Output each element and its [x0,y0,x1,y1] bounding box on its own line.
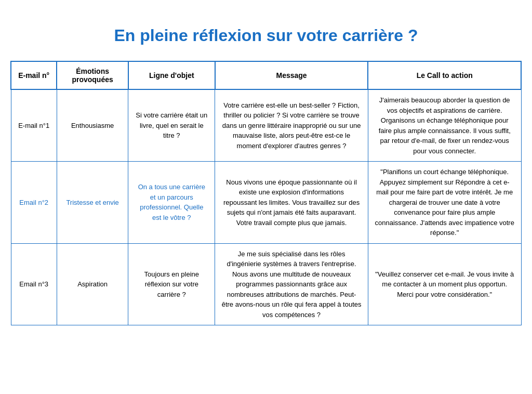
cell-message: Nous vivons une époque passionnante où i… [215,162,368,244]
cell-emotion: Enthousiasme [57,89,128,162]
table-row: E-mail n°1 Enthousiasme Si votre carrièr… [11,89,521,162]
main-table: E-mail n° Émotions provoquées Ligne d'ob… [10,61,522,325]
table-header-row: E-mail n° Émotions provoquées Ligne d'ob… [11,61,521,89]
cell-cta: "Planifions un court échange téléphoniqu… [368,162,521,244]
cell-emotion: Tristesse et envie [57,162,128,244]
cell-email-no: Email n°2 [11,162,57,244]
cell-ligne: On a tous une carrière et un parcours pr… [128,162,215,244]
header-cta: Le Call to action [368,61,521,89]
cell-cta: J'aimerais beaucoup aborder la question … [368,89,521,162]
header-email-no: E-mail n° [11,61,57,89]
cell-message: Je me suis spécialisé dans les rôles d'i… [215,243,368,325]
cell-emotion: Aspiration [57,243,128,325]
cell-ligne: Toujours en pleine réflexion sur votre c… [128,243,215,325]
page-title: En pleine réflexion sur votre carrière ? [10,10,522,61]
header-emotions: Émotions provoquées [57,61,128,89]
table-row: Email n°3 Aspiration Toujours en pleine … [11,243,521,325]
cell-message: Votre carrière est-elle un best-seller ?… [215,89,368,162]
cell-cta: "Veuillez conserver cet e-mail. Je vous … [368,243,521,325]
table-row: Email n°2 Tristesse et envie On a tous u… [11,162,521,244]
header-ligne: Ligne d'objet [128,61,215,89]
header-message: Message [215,61,368,89]
cell-email-no: Email n°3 [11,243,57,325]
page-container: En pleine réflexion sur votre carrière ?… [10,10,522,325]
cell-email-no: E-mail n°1 [11,89,57,162]
cell-ligne: Si votre carrière était un livre, quel e… [128,89,215,162]
